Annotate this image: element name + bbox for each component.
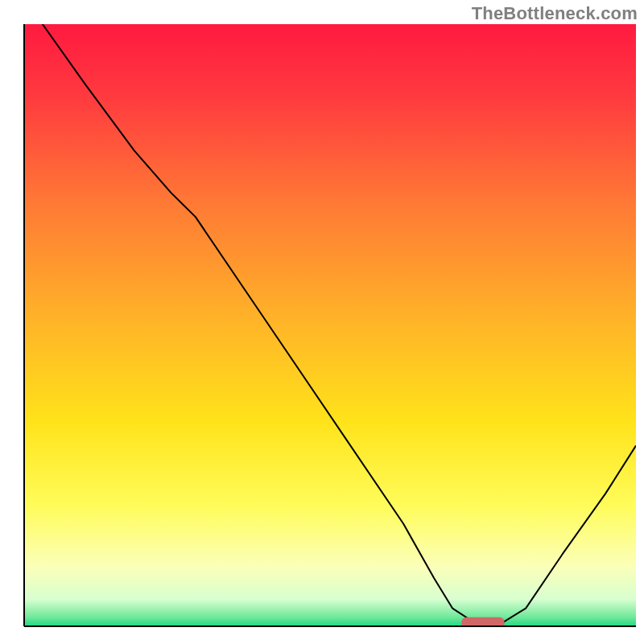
gradient-background — [24, 24, 636, 626]
chart-container: TheBottleneck.com — [0, 0, 644, 644]
bottleneck-chart — [0, 0, 644, 644]
plot-area — [24, 24, 636, 630]
optimum-marker — [461, 617, 504, 630]
